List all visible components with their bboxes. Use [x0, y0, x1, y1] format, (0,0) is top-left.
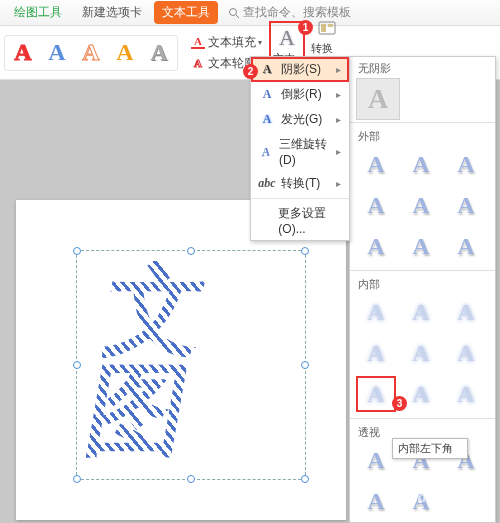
section-heading-inner: 内部 — [350, 273, 495, 294]
dropdown-icon: ▾ — [258, 38, 262, 47]
separator — [350, 418, 495, 419]
text-style-preset[interactable]: A — [111, 38, 139, 68]
slide-page[interactable]: 文 图 — [16, 200, 346, 520]
shadow-preset[interactable]: A — [356, 483, 396, 519]
diagram-icon — [316, 19, 338, 41]
watermark-url: jingyan.baidu.com — [396, 507, 492, 517]
shadow-preset-selected[interactable]: A — [356, 376, 396, 412]
submenu-arrow-icon: ▸ — [336, 114, 341, 125]
resize-handle[interactable] — [73, 361, 81, 369]
menu-item-3d-rotation[interactable]: A 三维旋转(D) ▸ — [251, 132, 349, 171]
selection-box[interactable]: 文 图 — [76, 250, 306, 480]
text-effects-menu: A 阴影(S) ▸ A 倒影(R) ▸ A 发光(G) ▸ A 三维旋转(D) … — [250, 56, 350, 241]
label: 转换(T) — [281, 175, 320, 192]
shadow-preset[interactable]: A — [356, 335, 396, 371]
callout-badge-1: 1 — [298, 20, 313, 35]
menu-item-more-settings[interactable]: 更多设置(O)... — [251, 201, 349, 240]
transform-icon: abc — [259, 176, 275, 192]
label: 发光(G) — [281, 111, 322, 128]
shadow-preset[interactable]: A — [401, 228, 441, 264]
text-fill-button[interactable]: A 文本填充 ▾ — [188, 33, 265, 52]
shadow-preset[interactable]: A — [356, 146, 396, 182]
shadow-preset[interactable]: A — [401, 146, 441, 182]
watermark: Baidu 经验 jingyan.baidu.com — [396, 489, 492, 517]
rotate3d-icon: A — [259, 142, 272, 161]
section-heading-none: 无阴影 — [350, 57, 495, 78]
shadow-preset[interactable]: A — [356, 294, 396, 330]
preset-tooltip: 内部左下角 — [392, 438, 468, 459]
reflection-icon: A — [259, 87, 275, 103]
svg-line-1 — [236, 15, 239, 18]
separator — [350, 270, 495, 271]
shadow-none-thumb[interactable]: A — [356, 78, 400, 120]
shadow-preset[interactable]: A — [356, 442, 396, 478]
text-style-preset[interactable]: A — [9, 38, 37, 68]
label: 阴影(S) — [281, 61, 321, 78]
text-fill-icon: A — [191, 35, 205, 49]
text-style-preset[interactable]: A — [145, 38, 173, 68]
label: 更多设置(O)... — [278, 205, 341, 236]
tab-new[interactable]: 新建选项卡 — [74, 1, 150, 24]
resize-handle[interactable] — [301, 475, 309, 483]
resize-handle[interactable] — [301, 361, 309, 369]
text-outline-icon: A — [191, 56, 205, 70]
shadow-preset[interactable]: A — [446, 376, 486, 412]
inner-row: A A A A A A A A A — [350, 294, 495, 416]
submenu-arrow-icon: ▸ — [336, 64, 341, 75]
resize-handle[interactable] — [187, 247, 195, 255]
callout-badge-3: 3 — [392, 396, 407, 411]
shadow-preset[interactable]: A — [446, 146, 486, 182]
shadow-preset[interactable]: A — [446, 335, 486, 371]
submenu-arrow-icon: ▸ — [336, 178, 341, 189]
shadow-preset[interactable]: A — [401, 187, 441, 223]
callout-badge-2: 2 — [243, 64, 258, 79]
label: 文本填充 — [208, 34, 256, 51]
label: 倒影(R) — [281, 86, 322, 103]
glow-icon: A — [259, 112, 275, 128]
resize-handle[interactable] — [73, 475, 81, 483]
resize-handle[interactable] — [301, 247, 309, 255]
text-style-gallery[interactable]: A A A A A — [4, 35, 178, 71]
shadow-preset[interactable]: A — [356, 187, 396, 223]
menu-item-reflection[interactable]: A 倒影(R) ▸ — [251, 82, 349, 107]
shadow-preset[interactable]: A — [401, 335, 441, 371]
resize-handle[interactable] — [73, 247, 81, 255]
svg-rect-3 — [321, 24, 326, 32]
menu-item-glow[interactable]: A 发光(G) ▸ — [251, 107, 349, 132]
shadow-preset[interactable]: A — [446, 228, 486, 264]
menu-item-shadow[interactable]: A 阴影(S) ▸ — [251, 57, 349, 82]
ribbon-tabs: 绘图工具 新建选项卡 文本工具 查找命令、搜索模板 — [0, 0, 500, 26]
watermark-brand: Baidu 经验 — [396, 489, 467, 505]
resize-handle[interactable] — [187, 475, 195, 483]
shadow-icon: A — [259, 62, 275, 78]
svg-point-0 — [230, 8, 237, 15]
shadow-preset[interactable]: A — [446, 187, 486, 223]
text-effects-icon: A — [279, 25, 295, 51]
tab-drawing-tools[interactable]: 绘图工具 — [6, 1, 70, 24]
menu-separator — [251, 198, 349, 199]
outer-row: A A A A A A A A A — [350, 146, 495, 268]
shadow-preset[interactable]: A — [401, 294, 441, 330]
menu-item-transform[interactable]: abc 转换(T) ▸ — [251, 171, 349, 196]
shadow-preset[interactable]: A — [356, 228, 396, 264]
shadow-preset[interactable]: A — [401, 376, 441, 412]
search-icon — [228, 7, 240, 19]
submenu-arrow-icon: ▸ — [336, 89, 341, 100]
submenu-arrow-icon: ▸ — [336, 146, 341, 157]
text-style-preset[interactable]: A — [77, 38, 105, 68]
separator — [350, 122, 495, 123]
label: 三维旋转(D) — [279, 136, 336, 167]
text-style-preset[interactable]: A — [43, 38, 71, 68]
shadow-preset[interactable]: A — [446, 294, 486, 330]
wordart-text[interactable]: 文 图 — [79, 261, 214, 461]
tab-text-tools[interactable]: 文本工具 — [154, 1, 218, 24]
section-heading-outer: 外部 — [350, 125, 495, 146]
svg-rect-4 — [328, 24, 333, 27]
